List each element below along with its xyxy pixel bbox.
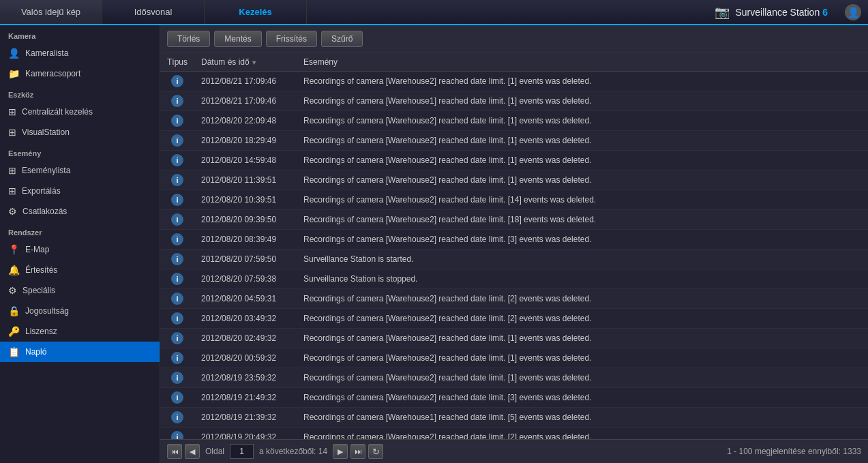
monitor-icon: ⊞: [8, 127, 16, 138]
cell-type: i: [160, 91, 194, 111]
sidebar-label-naplo: Napló: [25, 347, 46, 357]
sidebar-item-visualstation[interactable]: ⊞ VisualStation: [0, 122, 160, 143]
grid-icon: ⊞: [8, 106, 16, 117]
delete-button[interactable]: Törlés: [167, 31, 210, 47]
cell-type: i: [160, 428, 194, 440]
nav-idovonal[interactable]: Idősvonal: [102, 0, 205, 24]
page-number-input[interactable]: [230, 444, 254, 459]
info-icon: i: [171, 75, 183, 87]
info-icon: i: [171, 312, 183, 325]
table-body: i2012/08/21 17:09:46Recordings of camera…: [160, 72, 868, 440]
sidebar-item-liszensz[interactable]: 🔑 Liszensz: [0, 321, 160, 342]
connect-icon: ⚙: [8, 206, 17, 217]
sidebar-item-csatlakozas[interactable]: ⚙ Csatlakozás: [0, 201, 160, 222]
sidebar-item-emap[interactable]: 📍 E-Map: [0, 239, 160, 260]
log-table: Típus Dátum és idő Esemény i2012/08/21 1…: [160, 53, 868, 439]
sidebar-item-centralizalt[interactable]: ⊞ Centralizált kezelés: [0, 102, 160, 122]
user-avatar: 👤: [845, 4, 861, 20]
sidebar-item-eseménylista[interactable]: ⊞ Eseménylista: [0, 160, 160, 181]
info-icon: i: [171, 391, 183, 404]
table-row: i2012/08/20 22:09:48Recordings of camera…: [160, 111, 868, 131]
sidebar-item-jogosultsag[interactable]: 🔒 Jogosultság: [0, 301, 160, 321]
table-header-row: Típus Dátum és idő Esemény: [160, 53, 868, 72]
info-icon: i: [171, 273, 183, 285]
action-toolbar: Törlés Mentés Frissítés Szűrő: [160, 25, 868, 53]
cell-event: Recordings of camera [Warehouse2] reache…: [297, 388, 868, 408]
sidebar-label-ertesites: Értesítés: [25, 265, 57, 275]
brand-area: 📷 Surveillance Station 6: [704, 0, 838, 24]
last-page-button[interactable]: ⏭: [350, 444, 365, 459]
cell-type: i: [160, 131, 194, 151]
sidebar-item-specialis[interactable]: ⚙ Speciális: [0, 280, 160, 301]
table-row: i2012/08/20 08:39:49Recordings of camera…: [160, 230, 868, 250]
sidebar-label-emap: E-Map: [25, 245, 49, 254]
cell-type: i: [160, 151, 194, 170]
sidebar-section-esemeny: Esemény: [0, 143, 160, 160]
table-row: i2012/08/20 07:59:50Surveillance Station…: [160, 250, 868, 269]
col-tipus: Típus: [160, 53, 194, 72]
list-icon: ⊞: [8, 165, 16, 176]
sidebar-label-kameracsoport: Kameracsoport: [25, 69, 80, 78]
cell-date: 2012/08/20 07:59:50: [194, 250, 297, 269]
sidebar: Kamera 👤 Kameralista 📁 Kameracsoport Esz…: [0, 25, 160, 463]
sidebar-section-rendszer: Rendszer: [0, 222, 160, 239]
cell-event: Recordings of camera [Warehouse2] reache…: [297, 151, 868, 170]
camera-icon: 👤: [8, 48, 20, 59]
sidebar-item-exportalas[interactable]: ⊞ Exportálás: [0, 181, 160, 201]
cell-event: Recordings of camera [Warehouse1] reache…: [297, 91, 868, 111]
cell-type: i: [160, 250, 194, 269]
pagination-bar: ⏮ ◀ Oldal a következőből: 14 ▶ ⏭ ↻ 1 - 1…: [160, 439, 868, 463]
cell-date: 2012/08/20 18:29:49: [194, 131, 297, 151]
cell-date: 2012/08/20 07:59:38: [194, 269, 297, 289]
cell-event: Recordings of camera [Warehouse2] reache…: [297, 210, 868, 230]
info-icon: i: [171, 233, 183, 245]
sidebar-label-eseménylista: Eseménylista: [22, 166, 70, 175]
log-icon: 📋: [8, 346, 20, 357]
table-row: i2012/08/20 09:39:50Recordings of camera…: [160, 210, 868, 230]
cell-event: Recordings of camera [Warehouse2] reache…: [297, 348, 868, 368]
sidebar-label-visualstation: VisualStation: [22, 128, 70, 137]
refresh-button[interactable]: Frissítés: [266, 31, 317, 47]
cell-type: i: [160, 170, 194, 190]
cell-type: i: [160, 309, 194, 329]
cell-event: Recordings of camera [Warehouse2] reache…: [297, 289, 868, 309]
table-row: i2012/08/20 10:39:51Recordings of camera…: [160, 190, 868, 210]
cell-type: i: [160, 289, 194, 309]
sidebar-section-eszkoz: Eszköz: [0, 84, 160, 102]
table-row: i2012/08/20 00:59:32Recordings of camera…: [160, 348, 868, 368]
cell-event: Surveillance Station is started.: [297, 250, 868, 269]
cell-event: Recordings of camera [Warehouse2] reache…: [297, 368, 868, 388]
main-layout: Kamera 👤 Kameralista 📁 Kameracsoport Esz…: [0, 25, 868, 463]
cell-date: 2012/08/21 17:09:46: [194, 72, 297, 91]
sidebar-label-jogosultsag: Jogosultság: [25, 306, 69, 316]
refresh-icon-button[interactable]: ↻: [368, 444, 383, 459]
map-icon: 📍: [8, 244, 20, 255]
prev-page-button[interactable]: ◀: [185, 444, 200, 459]
sidebar-item-naplo[interactable]: 📋 Napló: [0, 342, 160, 362]
col-datum[interactable]: Dátum és idő: [194, 53, 297, 72]
sidebar-section-kamera: Kamera: [0, 25, 160, 43]
cell-date: 2012/08/20 04:59:31: [194, 289, 297, 309]
brand-icon: 📷: [715, 5, 730, 20]
table-row: i2012/08/20 18:29:49Recordings of camera…: [160, 131, 868, 151]
table-row: i2012/08/21 17:09:46Recordings of camera…: [160, 72, 868, 91]
save-button[interactable]: Mentés: [214, 31, 261, 47]
cell-event: Recordings of camera [Warehouse2] reache…: [297, 428, 868, 440]
sidebar-item-ertesites[interactable]: 🔔 Értesítés: [0, 260, 160, 280]
record-count-label: 1 - 100 megjelenítése ennyiből: 1333: [727, 447, 861, 456]
nav-valos-idejű-kep[interactable]: Valós idejű kép: [0, 0, 102, 24]
cell-event: Recordings of camera [Warehouse1] reache…: [297, 408, 868, 428]
cell-event: Recordings of camera [Warehouse2] reache…: [297, 72, 868, 91]
next-page-button[interactable]: ▶: [333, 444, 348, 459]
sidebar-item-kameralista[interactable]: 👤 Kameralista: [0, 43, 160, 63]
sidebar-label-kameralista: Kameralista: [25, 48, 68, 58]
user-menu[interactable]: 👤: [838, 0, 868, 24]
filter-button[interactable]: Szűrő: [321, 31, 363, 47]
sidebar-item-kameracsoport[interactable]: 📁 Kameracsoport: [0, 63, 160, 84]
first-page-button[interactable]: ⏮: [167, 444, 182, 459]
nav-kezeles[interactable]: Kezelés: [205, 0, 307, 24]
cell-date: 2012/08/20 09:39:50: [194, 210, 297, 230]
folder-icon: 📁: [8, 68, 20, 79]
table-row: i2012/08/19 20:49:32Recordings of camera…: [160, 428, 868, 440]
cell-date: 2012/08/19 21:49:32: [194, 388, 297, 408]
